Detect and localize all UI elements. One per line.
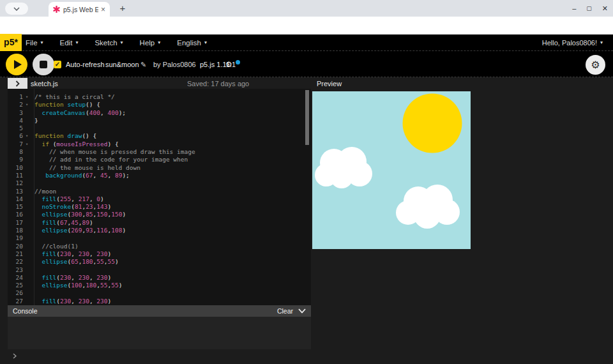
menu-edit[interactable]: Edit▾ <box>60 39 79 47</box>
edit-name-pencil-icon[interactable]: ✎ <box>140 61 146 68</box>
screen: p5.js Web Editor | sun&moo × + – ▢ ✕ ← →… <box>0 0 613 364</box>
code-text: fill(255, 217, 0) <box>34 195 104 203</box>
line-number: 1 <box>8 93 23 101</box>
file-tab-sketchjs[interactable]: sketch.js <box>31 80 58 87</box>
line-number: 25 <box>8 282 23 289</box>
code-line[interactable]: 26 <box>8 289 311 297</box>
fold-gutter <box>23 234 31 242</box>
chevron-down-icon: ▾ <box>41 40 43 45</box>
code-line[interactable]: 1▾/* this is a circal */ <box>8 93 311 101</box>
code-line[interactable]: 27 fill(230, 230, 230) <box>8 298 311 305</box>
code-line[interactable]: 12 <box>8 179 311 187</box>
code-line[interactable]: 6▾function draw() { <box>8 132 311 140</box>
browser-tab[interactable]: p5.js Web Editor | sun&moo × <box>49 2 110 17</box>
browser-tabstrip: p5.js Web Editor | sun&moo × + – ▢ ✕ <box>0 0 613 17</box>
auto-refresh-label: Auto-refresh <box>66 61 105 68</box>
console-header: Console Clear <box>8 305 311 317</box>
window-maximize-button[interactable]: ▢ <box>586 5 592 11</box>
window-close-button[interactable]: ✕ <box>602 4 608 13</box>
settings-button[interactable]: ⚙ <box>586 55 605 75</box>
menu-english[interactable]: English▾ <box>177 39 207 47</box>
code-text: // when mouse is pressed draw this image <box>34 148 195 156</box>
line-number: 12 <box>8 179 23 187</box>
code-text: // add in the code for your image when <box>34 156 188 163</box>
menu-label: Edit <box>60 39 73 47</box>
fold-gutter <box>23 227 31 234</box>
code-line[interactable]: 19 <box>8 234 311 242</box>
code-text: /* this is a circal */ <box>34 93 115 101</box>
code-line[interactable]: 9 // add in the code for your image when <box>8 156 311 163</box>
editor-scrollbar[interactable] <box>305 90 309 145</box>
stop-button[interactable] <box>33 54 54 75</box>
gutter-divider <box>34 89 34 305</box>
line-number: 15 <box>8 203 23 211</box>
line-number: 18 <box>8 227 23 234</box>
line-number: 9 <box>8 156 23 163</box>
code-line[interactable]: 18 ellipse(269,93,116,108) <box>8 227 311 234</box>
fold-gutter <box>23 117 31 125</box>
window-minimize-button[interactable]: – <box>572 4 576 12</box>
sidebar-expand-button[interactable] <box>8 78 27 89</box>
menu-help[interactable]: Help▾ <box>140 39 161 47</box>
account-greeting[interactable]: Hello, Palos0806! ▾ <box>542 34 603 50</box>
tab-close-icon[interactable]: × <box>101 5 105 14</box>
auto-refresh-checkbox[interactable]: ✓ <box>54 61 61 68</box>
tab-search-button[interactable] <box>5 3 28 15</box>
chevron-down-icon: ▾ <box>204 40 207 45</box>
code-text: noStroke(81,23,143) <box>34 203 111 211</box>
code-line[interactable]: 15 noStroke(81,23,143) <box>8 203 311 211</box>
fold-gutter <box>23 274 31 282</box>
code-line[interactable]: 23 <box>8 266 311 274</box>
code-text: createCanvas(400, 400); <box>34 109 126 117</box>
fold-arrow-icon[interactable]: ▾ <box>23 93 31 101</box>
code-editor[interactable]: 1▾/* this is a circal */2▾function setup… <box>8 89 311 305</box>
version-settings-gear-icon[interactable]: ⚙ <box>225 61 232 68</box>
code-line[interactable]: 24 fill(230, 230, 230) <box>8 274 311 282</box>
code-line[interactable]: 25 ellipse(100,180,55,55) <box>8 282 311 289</box>
fold-gutter <box>23 164 31 172</box>
p5-favicon-icon <box>53 6 60 13</box>
sketch-preview-canvas[interactable] <box>312 91 471 249</box>
console-collapse-chevron-icon[interactable] <box>298 308 306 314</box>
menu-sketch[interactable]: Sketch▾ <box>95 39 123 47</box>
code-line[interactable]: 20 //cloud(1) <box>8 243 311 250</box>
code-text: } <box>34 117 38 125</box>
code-line[interactable]: 16 ellipse(300,85,150,150) <box>8 211 311 218</box>
play-icon <box>14 60 22 69</box>
code-line[interactable]: 17 fill(67,45,89) <box>8 219 311 227</box>
line-number: 26 <box>8 289 23 297</box>
code-line[interactable]: 11 background(67, 45, 89); <box>8 172 311 179</box>
code-line[interactable]: 5 <box>8 125 311 132</box>
code-line[interactable]: 13//moon <box>8 188 311 195</box>
saved-status: Saved: 17 days ago <box>187 80 249 87</box>
play-button[interactable] <box>6 54 27 75</box>
code-line[interactable]: 8 // when mouse is pressed draw this ima… <box>8 148 311 156</box>
menu-file[interactable]: File▾ <box>26 39 43 47</box>
line-number: 2 <box>8 101 23 109</box>
line-number: 17 <box>8 219 23 227</box>
p5-logo[interactable]: p5* <box>0 34 22 51</box>
fold-gutter <box>23 289 31 297</box>
fold-arrow-icon[interactable]: ▾ <box>23 140 31 148</box>
fold-arrow-icon[interactable]: ▾ <box>23 132 31 140</box>
console-clear-button[interactable]: Clear <box>277 307 293 315</box>
chevron-down-icon: ▾ <box>75 40 78 45</box>
code-line[interactable]: 10 // the mouse is held down <box>8 164 311 172</box>
fold-gutter <box>23 172 31 179</box>
line-number: 3 <box>8 109 23 117</box>
code-line[interactable]: 4} <box>8 117 311 125</box>
code-line[interactable]: 21 fill(230, 230, 230) <box>8 250 311 258</box>
fold-gutter <box>23 298 31 305</box>
code-line[interactable]: 22 ellipse(65,180,55,55) <box>8 258 311 266</box>
code-line[interactable]: 2▾function setup() { <box>8 101 311 109</box>
code-text: ellipse(65,180,55,55) <box>34 258 119 266</box>
code-line[interactable]: 7▾ if (mouseIsPressed) { <box>8 140 311 148</box>
code-line[interactable]: 3 createCanvas(400, 400); <box>8 109 311 117</box>
code-line[interactable]: 14 fill(255, 217, 0) <box>8 195 311 203</box>
tab-title: p5.js Web Editor | sun&moo <box>63 6 98 13</box>
new-tab-button[interactable]: + <box>116 2 129 15</box>
line-number: 23 <box>8 266 23 274</box>
fold-arrow-icon[interactable]: ▾ <box>23 101 31 109</box>
bottom-expand-chevron[interactable] <box>10 351 19 360</box>
line-number: 7 <box>8 140 23 148</box>
